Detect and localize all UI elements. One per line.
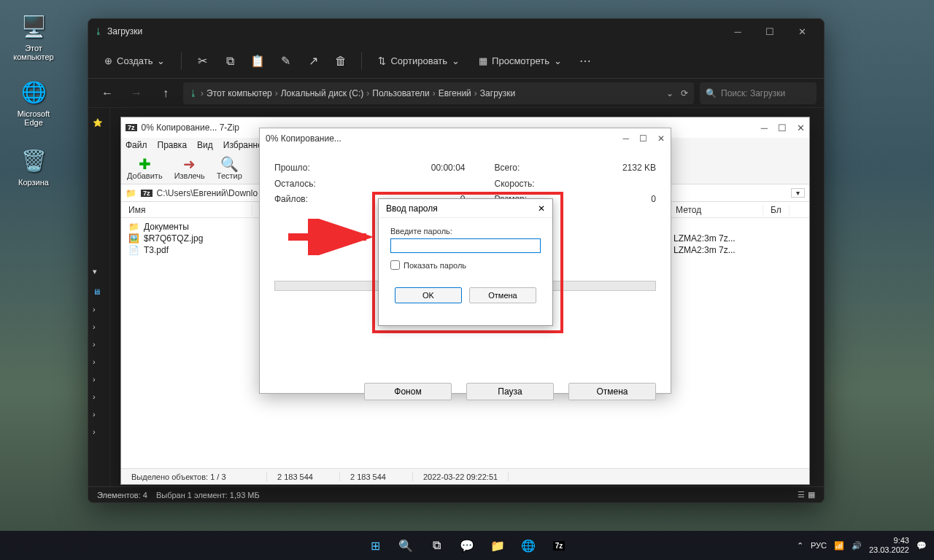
- dialog-title: Ввод пароля: [386, 203, 438, 214]
- cancel-button[interactable]: Отмена: [469, 287, 536, 303]
- share-button[interactable]: ↗: [301, 50, 325, 73]
- background-button[interactable]: Фоном: [364, 383, 452, 400]
- clock-time[interactable]: 9:43: [869, 536, 909, 545]
- maximize-button[interactable]: ☐: [778, 122, 787, 133]
- window-title: 0% Копирование...: [266, 133, 341, 144]
- up-button[interactable]: ↑: [154, 82, 177, 104]
- desktop-icon-edge[interactable]: 🌐 Microsoft Edge: [7, 77, 60, 127]
- explorer-button[interactable]: 📁: [485, 534, 511, 557]
- download-icon: ⭳: [189, 88, 198, 98]
- plus-circle-icon: ⊕: [104, 55, 112, 66]
- status-size2: 2 183 544: [340, 472, 413, 481]
- password-titlebar[interactable]: Ввод пароля ✕: [379, 199, 552, 218]
- breadcrumb-segment[interactable]: Пользователи: [372, 88, 429, 98]
- arrow-annotation: [285, 219, 379, 255]
- desktop-icon-label: Корзина: [18, 178, 49, 187]
- view-list-icon[interactable]: ☰: [798, 490, 805, 499]
- col-block[interactable]: Бл: [763, 205, 790, 215]
- chat-button[interactable]: 💬: [454, 534, 480, 557]
- close-button[interactable]: ✕: [786, 20, 818, 42]
- close-button[interactable]: ✕: [538, 203, 545, 214]
- menu-file[interactable]: Файл: [126, 140, 147, 150]
- sidebar[interactable]: ⭐ ▾ 🖥 › › › › › › › ›: [88, 108, 110, 486]
- desktop-icon-recycle[interactable]: 🗑️ Корзина: [7, 146, 60, 187]
- maximize-button[interactable]: ☐: [754, 20, 786, 42]
- refresh-icon[interactable]: ⟳: [681, 88, 688, 98]
- breadcrumb-segment[interactable]: Загрузки: [480, 88, 515, 98]
- dropdown-icon[interactable]: ▾: [791, 188, 805, 198]
- sort-icon: ⇅: [378, 55, 386, 66]
- taskview-button[interactable]: ⧉: [423, 534, 449, 557]
- explorer-statusbar: Элементов: 4 Выбран 1 элемент: 1,93 МБ ☰…: [88, 486, 824, 502]
- search-input[interactable]: 🔍 Поиск: Загрузки: [700, 82, 817, 104]
- explorer-address-bar: ← → ↑ ⭳ › Этот компьютер› Локальный диск…: [88, 79, 824, 108]
- breadcrumb-segment[interactable]: Евгений: [439, 88, 471, 98]
- forward-button[interactable]: →: [125, 82, 148, 104]
- col-method[interactable]: Метод: [668, 205, 763, 215]
- password-dialog: Ввод пароля ✕ Введите пароль: Показать п…: [378, 198, 553, 326]
- minimize-button[interactable]: ─: [622, 133, 629, 144]
- create-button[interactable]: ⊕ Создать ⌄: [97, 51, 172, 71]
- breadcrumb-segment[interactable]: Локальный диск (C:): [281, 88, 364, 98]
- status-date: 2022-03-22 09:22:51: [413, 472, 509, 481]
- folder-icon: 📁: [128, 222, 139, 232]
- pdf-icon: 📄: [128, 245, 139, 255]
- add-button[interactable]: ✚Добавить: [127, 157, 163, 180]
- desktop-icon-label: Этот компьютер: [13, 44, 53, 61]
- language-indicator[interactable]: РУС: [811, 541, 827, 550]
- paste-button[interactable]: 📋: [246, 50, 269, 73]
- remaining-label: Осталось:: [274, 176, 401, 192]
- total-value: 2132 KB: [560, 160, 656, 176]
- elapsed-value: 00:00:04: [401, 160, 466, 176]
- recycle-icon: 🗑️: [19, 146, 48, 175]
- cancel-button[interactable]: Отмена: [568, 383, 656, 400]
- view-grid-icon[interactable]: ▦: [808, 490, 815, 499]
- progress-buttons: Фоном Пауза Отмена: [260, 383, 671, 400]
- copy-button[interactable]: ⧉: [218, 50, 242, 73]
- size-value: 0: [560, 192, 656, 208]
- more-button[interactable]: ⋯: [574, 50, 597, 73]
- monitor-icon: 🖥️: [19, 12, 48, 41]
- sevenzip-button[interactable]: 7z: [546, 534, 572, 557]
- extract-button[interactable]: ➜Извлечь: [174, 157, 205, 180]
- wifi-icon[interactable]: 📶: [834, 541, 844, 551]
- ok-button[interactable]: OK: [395, 287, 462, 303]
- test-button[interactable]: 🔍Тестир: [217, 157, 242, 180]
- edge-button[interactable]: 🌐: [515, 534, 541, 557]
- pause-button[interactable]: Пауза: [466, 383, 554, 400]
- chevron-down-icon[interactable]: ⌄: [666, 88, 674, 98]
- rename-button[interactable]: ✎: [274, 50, 297, 73]
- close-button[interactable]: ✕: [797, 122, 805, 133]
- clock-date[interactable]: 23.03.2022: [869, 545, 909, 555]
- close-button[interactable]: ✕: [657, 133, 665, 144]
- breadcrumb-segment[interactable]: Этот компьютер: [207, 88, 272, 98]
- start-button[interactable]: ⊞: [362, 534, 388, 557]
- minimize-button[interactable]: ─: [722, 20, 754, 42]
- explorer-toolbar: ⊕ Создать ⌄ ✂ ⧉ 📋 ✎ ↗ 🗑 ⇅ Сортировать ⌄ …: [88, 44, 824, 79]
- minimize-button[interactable]: ─: [761, 122, 768, 133]
- status-selection: Выделено объектов: 1 / 3: [121, 472, 267, 481]
- col-name[interactable]: Имя: [121, 205, 252, 215]
- chevron-up-icon[interactable]: ⌃: [797, 541, 803, 551]
- breadcrumb[interactable]: ⭳ › Этот компьютер› Локальный диск (C:)›…: [183, 82, 694, 104]
- delete-button[interactable]: 🗑: [329, 50, 352, 73]
- volume-icon[interactable]: 🔊: [852, 541, 862, 551]
- sevenzip-statusbar: Выделено объектов: 1 / 3 2 183 544 2 183…: [121, 468, 809, 484]
- progress-titlebar[interactable]: 0% Копирование... ─ ☐ ✕: [260, 128, 671, 149]
- sort-button[interactable]: ⇅ Сортировать ⌄: [371, 51, 467, 71]
- total-label: Всего:: [494, 160, 560, 176]
- back-button[interactable]: ←: [96, 82, 119, 104]
- notification-icon[interactable]: 💬: [916, 541, 927, 551]
- view-button[interactable]: ▦ Просмотреть ⌄: [471, 51, 569, 71]
- show-password-checkbox[interactable]: [390, 260, 400, 270]
- desktop-icon-this-pc[interactable]: 🖥️ Этот компьютер: [7, 12, 60, 61]
- menu-edit[interactable]: Правка: [158, 140, 188, 150]
- search-button[interactable]: 🔍: [393, 534, 419, 557]
- maximize-button[interactable]: ☐: [639, 133, 647, 144]
- chevron-down-icon: ⌄: [452, 55, 460, 66]
- password-input[interactable]: [390, 238, 541, 253]
- status-elements: Элементов: 4: [97, 491, 147, 499]
- cut-button[interactable]: ✂: [190, 50, 214, 73]
- explorer-titlebar[interactable]: ⭳ Загрузки ─ ☐ ✕: [88, 19, 824, 44]
- menu-view[interactable]: Вид: [197, 140, 213, 150]
